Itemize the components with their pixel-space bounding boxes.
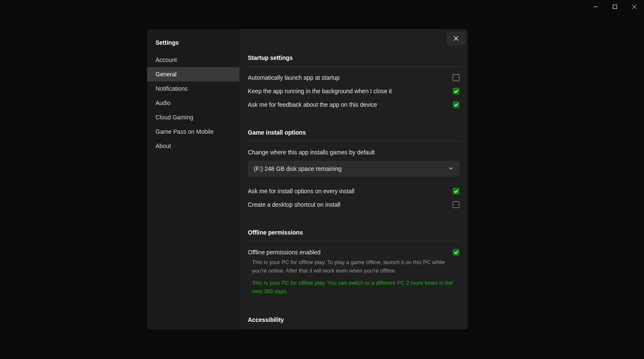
label-ask-install-options: Ask me for install options on every inst… [248,188,354,194]
chevron-down-icon [448,165,453,173]
text-offline-status: This is your PC for offline play. You ca… [252,279,459,295]
label-keep-running: Keep the app running in the background w… [248,88,392,94]
svg-rect-1 [613,5,617,9]
label-offline-enabled: Offline permissions enabled [248,249,321,256]
row-keep-running: Keep the app running in the background w… [248,88,459,94]
titlebar [586,0,644,13]
row-auto-launch: Automatically launch app at startup [248,74,459,81]
sidebar-item-notifications[interactable]: Notifications [147,81,239,96]
minimize-button[interactable] [586,0,605,13]
settings-content[interactable]: Startup settings Automatically launch ap… [239,29,468,329]
section-install-title: Game install options [248,129,459,141]
sidebar-item-about[interactable]: About [147,139,239,153]
label-auto-launch: Automatically launch app at startup [248,74,340,81]
settings-title: Settings [147,39,239,53]
checkbox-ask-install-options[interactable] [453,188,459,194]
checkbox-offline-enabled[interactable] [453,249,459,256]
row-feedback: Ask me for feedback about the app on thi… [248,101,459,108]
label-desktop-shortcut: Create a desktop shortcut on install [248,201,340,208]
section-accessibility-title: Accessibility [248,316,459,328]
section-accessibility: Accessibility [248,316,459,328]
sidebar-item-account[interactable]: Account [147,53,239,67]
section-startup-title: Startup settings [248,54,459,67]
row-desktop-shortcut: Create a desktop shortcut on install [248,201,459,208]
dialog-close-button[interactable] [447,32,465,45]
row-offline-enabled: Offline permissions enabled [248,249,459,256]
checkbox-desktop-shortcut[interactable] [453,201,459,208]
sidebar-item-game-pass-mobile[interactable]: Game Pass on Mobile [147,124,239,139]
dropdown-install-drive-text: (F:) 248 GB disk space remaining [254,165,342,172]
sidebar-item-general[interactable]: General [147,67,239,81]
checkbox-keep-running[interactable] [453,88,459,94]
section-startup: Startup settings Automatically launch ap… [248,54,459,108]
settings-sidebar: Settings Account General Notifications A… [147,29,239,329]
sidebar-item-cloud-gaming[interactable]: Cloud Gaming [147,110,239,124]
settings-content-wrap: Startup settings Automatically launch ap… [239,29,468,329]
sidebar-item-audio[interactable]: Audio [147,96,239,110]
label-change-location: Change where this app installs games by … [248,149,459,156]
text-offline-desc: This is your PC for offline play. To pla… [252,258,459,275]
checkbox-feedback[interactable] [453,101,459,108]
row-ask-install-options: Ask me for install options on every inst… [248,188,459,194]
dropdown-install-drive[interactable]: (F:) 248 GB disk space remaining [248,161,459,177]
section-offline: Offline permissions Offline permissions … [248,229,459,295]
window-close-button[interactable] [625,0,644,13]
section-offline-title: Offline permissions [248,229,459,241]
settings-dialog: Settings Account General Notifications A… [147,29,468,329]
checkbox-auto-launch[interactable] [453,74,459,81]
section-install: Game install options Change where this a… [248,129,459,208]
maximize-button[interactable] [605,0,625,13]
label-feedback: Ask me for feedback about the app on thi… [248,101,377,108]
